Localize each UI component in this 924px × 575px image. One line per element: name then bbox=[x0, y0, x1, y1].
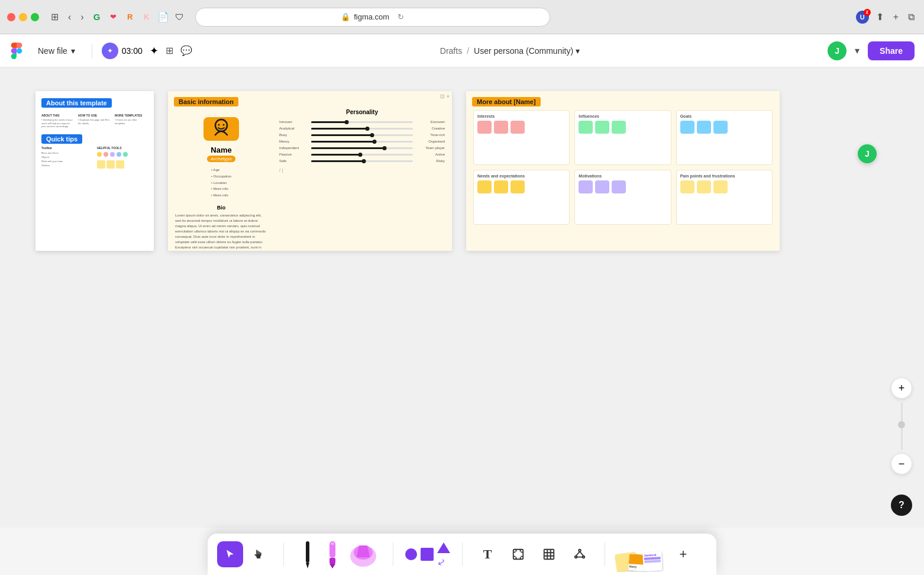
table-icon bbox=[542, 548, 555, 561]
forward-button[interactable]: › bbox=[78, 9, 86, 25]
tabs-button[interactable]: ⧉ bbox=[906, 9, 917, 25]
zoom-slider[interactable] bbox=[901, 402, 903, 450]
ublock-ext-icon[interactable]: U 2 bbox=[856, 11, 869, 24]
black-pen-button[interactable] bbox=[296, 538, 319, 571]
user-chevron-button[interactable]: ▾ bbox=[852, 43, 862, 59]
about-col-3-title: MORE TEMPLATES bbox=[115, 114, 148, 117]
goal-block-1 bbox=[680, 121, 694, 134]
toolbar-pens bbox=[286, 534, 390, 575]
slider-independent-teamplayer: Independent Team player bbox=[279, 146, 445, 150]
pocket-ext-icon[interactable]: ❤ bbox=[108, 11, 119, 23]
user-avatar[interactable]: J bbox=[828, 41, 847, 60]
text-tool-button[interactable]: T bbox=[474, 541, 500, 567]
file-title[interactable]: User persona (Community) ▾ bbox=[474, 46, 580, 56]
reload-icon[interactable]: ↻ bbox=[398, 12, 404, 21]
share-button[interactable]: Share bbox=[868, 41, 915, 60]
bottom-toolbar: ↩ T bbox=[208, 534, 716, 575]
quick-tips-label: Quick tips bbox=[41, 134, 82, 144]
about-col-1-text: • Identifying the needs of your users wi… bbox=[41, 118, 75, 128]
sidebar-toggle-button[interactable]: ⊞ bbox=[49, 9, 61, 25]
cursor-tool-button[interactable] bbox=[217, 541, 243, 567]
frame-icon bbox=[512, 548, 525, 561]
qt-left: Toolbar Move and Zoom Objects Work with … bbox=[41, 146, 92, 169]
pain-block-2 bbox=[697, 180, 711, 193]
readwise-ext-icon[interactable]: R bbox=[124, 11, 136, 23]
component-tool-button[interactable] bbox=[567, 541, 593, 567]
new-file-chevron-icon: ▾ bbox=[71, 46, 75, 56]
shape-swatches bbox=[97, 160, 148, 169]
share-browser-button[interactable]: ⬆ bbox=[874, 9, 886, 25]
goal-block-2 bbox=[697, 121, 711, 134]
address-bar[interactable]: 🔒 figma.com ↻ bbox=[195, 8, 550, 27]
zoom-out-button[interactable]: − bbox=[891, 453, 912, 474]
shield-ext-icon[interactable]: 🛡 bbox=[174, 11, 186, 23]
black-pen-icon bbox=[303, 540, 312, 568]
docs-ext-icon[interactable]: 📄 bbox=[157, 11, 169, 23]
motivation-block-1 bbox=[579, 180, 593, 193]
add-content-button[interactable]: + bbox=[673, 544, 694, 565]
tool-separator-2 bbox=[393, 542, 393, 566]
tool-separator-4 bbox=[605, 542, 605, 566]
zoom-in-button[interactable]: + bbox=[891, 377, 912, 399]
color-dot-2 bbox=[104, 152, 108, 157]
help-button[interactable]: ? bbox=[891, 495, 912, 516]
hand-tool-button[interactable] bbox=[245, 541, 272, 567]
about-col-3-text: • Check out our other templates. bbox=[115, 118, 148, 125]
needs-block-1 bbox=[477, 180, 492, 193]
toolbar-divider bbox=[92, 44, 92, 58]
sparkle-button[interactable]: ✦ bbox=[150, 44, 159, 57]
rect-shape-button[interactable] bbox=[421, 548, 434, 561]
breadcrumb: Drafts / User persona (Community) ▾ bbox=[199, 46, 820, 56]
stylus-button[interactable] bbox=[321, 538, 344, 571]
goals-blocks bbox=[680, 121, 768, 134]
drafts-label[interactable]: Drafts bbox=[440, 46, 462, 56]
toolbar-shapes: ↩ bbox=[396, 534, 460, 575]
needs-block-3 bbox=[511, 180, 525, 193]
frame-more[interactable]: More about [Name] Interests Influences bbox=[466, 91, 780, 251]
minimize-button[interactable] bbox=[19, 13, 27, 21]
frame-basic[interactable]: Basic information ⊡ × Name bbox=[168, 91, 452, 251]
slider-analytical-creative: Analytical Creative bbox=[279, 127, 445, 130]
frame-tool-button[interactable] bbox=[505, 541, 531, 567]
new-tab-button[interactable]: + bbox=[891, 9, 901, 25]
color-dot-3 bbox=[110, 152, 115, 157]
triangle-shape-button[interactable] bbox=[437, 542, 450, 553]
table-tool-button[interactable] bbox=[536, 541, 562, 567]
qt-content: Toolbar Move and Zoom Objects Work with … bbox=[41, 146, 148, 169]
toolbar-section-left bbox=[208, 534, 281, 575]
about-col-2-title: HOW TO USE bbox=[78, 114, 111, 117]
persona-info-panel: Name Archetype • Age• Occupation• Locati… bbox=[168, 91, 274, 251]
swatch-3 bbox=[116, 160, 124, 169]
maximize-button[interactable] bbox=[31, 13, 39, 21]
about-col-2-text: • Duplicate this page and fill in the de… bbox=[78, 118, 111, 125]
interests-cell: Interests bbox=[473, 110, 570, 165]
pain-points-title: Pain points and frustrations bbox=[680, 174, 768, 178]
svg-rect-6 bbox=[329, 558, 335, 564]
about-col-1-title: ABOUT THIS bbox=[41, 114, 75, 117]
toolbar-right: J ▾ Share bbox=[828, 41, 915, 60]
circle-shape-button[interactable] bbox=[405, 548, 417, 560]
svg-point-8 bbox=[331, 542, 334, 545]
close-button[interactable] bbox=[7, 13, 15, 21]
figma-toolbar: New file ▾ ✦ 03:00 ✦ ⊞ 💬 Drafts / User p… bbox=[0, 34, 924, 67]
timer-display: 03:00 bbox=[122, 46, 143, 56]
influence-block-2 bbox=[595, 121, 609, 134]
comments-button[interactable]: 💬 bbox=[180, 45, 192, 56]
zoom-controls: + − bbox=[891, 377, 912, 474]
back-button[interactable]: ‹ bbox=[66, 9, 73, 25]
layout-button[interactable]: ⊞ bbox=[166, 45, 173, 56]
grammarly-ext-icon[interactable]: G bbox=[91, 11, 103, 23]
canvas-area[interactable]: J About this template ABOUT THIS • Ident… bbox=[0, 67, 924, 528]
frame-about[interactable]: About this template ABOUT THIS • Identif… bbox=[35, 91, 154, 251]
toolbar-tip-label: Toolbar bbox=[41, 146, 92, 150]
interest-block-1 bbox=[477, 121, 492, 134]
bio-label: Bio bbox=[217, 205, 226, 211]
klarna-ext-icon[interactable]: K bbox=[141, 11, 153, 23]
arrow-shape-button[interactable]: ↩ bbox=[435, 553, 453, 568]
breadcrumb-separator: / bbox=[467, 46, 469, 56]
goal-block-3 bbox=[713, 121, 728, 134]
influences-cell: Influences bbox=[574, 110, 671, 165]
file-title-chevron-icon: ▾ bbox=[576, 46, 580, 56]
goals-cell: Goals bbox=[676, 110, 773, 165]
new-file-button[interactable]: New file ▾ bbox=[31, 43, 82, 59]
